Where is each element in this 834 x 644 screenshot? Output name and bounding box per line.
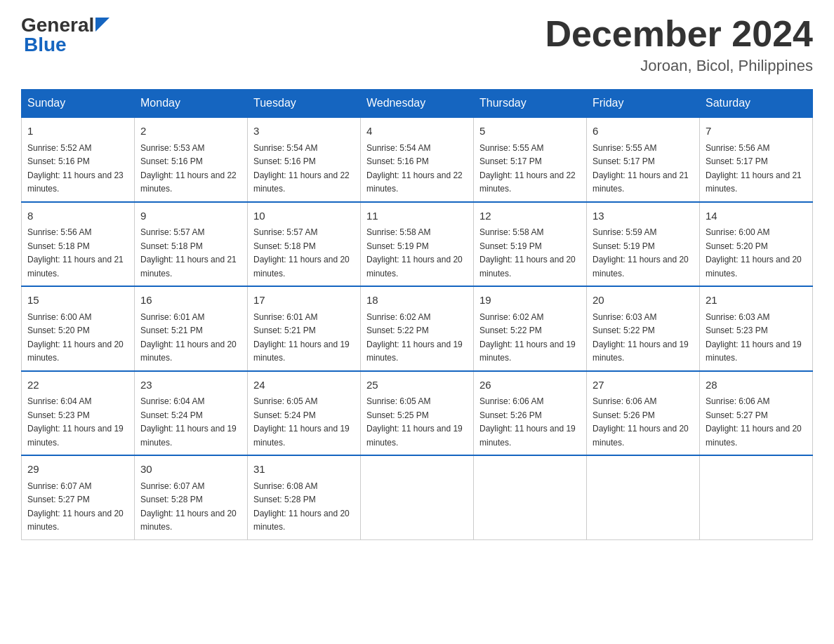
calendar-cell: 23Sunrise: 6:04 AMSunset: 5:24 PMDayligh…	[135, 371, 248, 456]
calendar-cell: 4Sunrise: 5:54 AMSunset: 5:16 PMDaylight…	[361, 117, 474, 202]
day-info: Sunrise: 5:58 AMSunset: 5:19 PMDaylight:…	[479, 227, 576, 279]
day-info: Sunrise: 5:53 AMSunset: 5:16 PMDaylight:…	[140, 143, 237, 194]
day-info: Sunrise: 5:59 AMSunset: 5:19 PMDaylight:…	[593, 227, 689, 279]
day-number: 12	[479, 208, 581, 224]
calendar-cell: 6Sunrise: 5:55 AMSunset: 5:17 PMDaylight…	[587, 117, 700, 202]
calendar-cell: 25Sunrise: 6:05 AMSunset: 5:25 PMDayligh…	[361, 371, 474, 456]
calendar-cell: 30Sunrise: 6:07 AMSunset: 5:28 PMDayligh…	[135, 455, 248, 539]
calendar-cell: 11Sunrise: 5:58 AMSunset: 5:19 PMDayligh…	[361, 202, 474, 287]
svg-marker-0	[95, 18, 110, 32]
day-number: 25	[366, 377, 468, 394]
logo: General Blue	[21, 14, 110, 56]
day-info: Sunrise: 6:06 AMSunset: 5:27 PMDaylight:…	[706, 396, 802, 448]
calendar-cell: 7Sunrise: 5:56 AMSunset: 5:17 PMDaylight…	[700, 117, 813, 202]
day-number: 15	[27, 293, 128, 309]
day-number: 30	[140, 462, 241, 478]
calendar-cell: 24Sunrise: 6:05 AMSunset: 5:24 PMDayligh…	[248, 371, 361, 456]
day-number: 6	[593, 123, 694, 140]
day-info: Sunrise: 5:57 AMSunset: 5:18 PMDaylight:…	[253, 227, 350, 279]
calendar-cell: 3Sunrise: 5:54 AMSunset: 5:16 PMDaylight…	[248, 117, 361, 202]
day-info: Sunrise: 5:54 AMSunset: 5:16 PMDaylight:…	[253, 143, 350, 194]
day-number: 10	[253, 208, 355, 224]
day-info: Sunrise: 6:04 AMSunset: 5:23 PMDaylight:…	[27, 396, 124, 448]
day-info: Sunrise: 6:04 AMSunset: 5:24 PMDaylight:…	[140, 396, 237, 448]
calendar-cell: 2Sunrise: 5:53 AMSunset: 5:16 PMDaylight…	[135, 117, 248, 202]
day-info: Sunrise: 6:02 AMSunset: 5:22 PMDaylight:…	[366, 312, 463, 363]
day-info: Sunrise: 6:06 AMSunset: 5:26 PMDaylight:…	[593, 396, 689, 448]
calendar-cell: 12Sunrise: 5:58 AMSunset: 5:19 PMDayligh…	[474, 202, 587, 287]
day-info: Sunrise: 6:06 AMSunset: 5:26 PMDaylight:…	[479, 396, 576, 448]
calendar-cell: 19Sunrise: 6:02 AMSunset: 5:22 PMDayligh…	[474, 286, 587, 371]
day-number: 4	[366, 123, 468, 140]
day-number: 23	[140, 377, 241, 394]
calendar-cell: 14Sunrise: 6:00 AMSunset: 5:20 PMDayligh…	[700, 202, 813, 287]
day-info: Sunrise: 5:52 AMSunset: 5:16 PMDaylight:…	[27, 143, 124, 194]
day-number: 31	[253, 462, 355, 478]
day-info: Sunrise: 5:56 AMSunset: 5:18 PMDaylight:…	[27, 227, 124, 279]
day-number: 5	[479, 123, 581, 140]
calendar-cell	[361, 455, 474, 539]
calendar-cell: 13Sunrise: 5:59 AMSunset: 5:19 PMDayligh…	[587, 202, 700, 287]
logo-blue-text: Blue	[24, 34, 67, 56]
calendar-week-row: 8Sunrise: 5:56 AMSunset: 5:18 PMDaylight…	[22, 202, 813, 287]
day-info: Sunrise: 5:56 AMSunset: 5:17 PMDaylight:…	[706, 143, 802, 194]
day-number: 28	[706, 377, 807, 394]
calendar-cell: 8Sunrise: 5:56 AMSunset: 5:18 PMDaylight…	[22, 202, 135, 287]
day-number: 26	[479, 377, 581, 394]
day-info: Sunrise: 5:57 AMSunset: 5:18 PMDaylight:…	[140, 227, 237, 279]
day-info: Sunrise: 6:00 AMSunset: 5:20 PMDaylight:…	[27, 312, 124, 363]
calendar-cell	[700, 455, 813, 539]
day-info: Sunrise: 6:05 AMSunset: 5:24 PMDaylight:…	[253, 396, 350, 448]
calendar-cell: 28Sunrise: 6:06 AMSunset: 5:27 PMDayligh…	[700, 371, 813, 456]
day-info: Sunrise: 6:01 AMSunset: 5:21 PMDaylight:…	[140, 312, 237, 363]
day-number: 19	[479, 293, 581, 309]
day-number: 24	[253, 377, 355, 394]
calendar-cell	[474, 455, 587, 539]
day-number: 11	[366, 208, 468, 224]
day-info: Sunrise: 6:03 AMSunset: 5:22 PMDaylight:…	[593, 312, 689, 363]
calendar-cell: 16Sunrise: 6:01 AMSunset: 5:21 PMDayligh…	[135, 286, 248, 371]
day-info: Sunrise: 5:55 AMSunset: 5:17 PMDaylight:…	[593, 143, 689, 194]
header-tuesday: Tuesday	[248, 90, 361, 118]
calendar-cell: 26Sunrise: 6:06 AMSunset: 5:26 PMDayligh…	[474, 371, 587, 456]
day-number: 16	[140, 293, 241, 309]
day-info: Sunrise: 5:54 AMSunset: 5:16 PMDaylight:…	[366, 143, 463, 194]
day-number: 9	[140, 208, 241, 224]
day-number: 2	[140, 123, 241, 140]
day-number: 7	[706, 123, 807, 140]
day-info: Sunrise: 6:07 AMSunset: 5:27 PMDaylight:…	[27, 481, 124, 532]
day-info: Sunrise: 6:01 AMSunset: 5:21 PMDaylight:…	[253, 312, 350, 363]
day-info: Sunrise: 6:02 AMSunset: 5:22 PMDaylight:…	[479, 312, 576, 363]
location-subtitle: Joroan, Bicol, Philippines	[545, 57, 813, 75]
day-info: Sunrise: 5:58 AMSunset: 5:19 PMDaylight:…	[366, 227, 463, 279]
calendar-cell: 15Sunrise: 6:00 AMSunset: 5:20 PMDayligh…	[22, 286, 135, 371]
day-number: 8	[27, 208, 128, 224]
day-info: Sunrise: 6:08 AMSunset: 5:28 PMDaylight:…	[253, 481, 350, 532]
calendar-cell: 10Sunrise: 5:57 AMSunset: 5:18 PMDayligh…	[248, 202, 361, 287]
logo-triangle-icon	[95, 18, 110, 32]
calendar-header-row: SundayMondayTuesdayWednesdayThursdayFrid…	[22, 90, 813, 118]
month-title: December 2024	[545, 14, 813, 54]
calendar-cell: 21Sunrise: 6:03 AMSunset: 5:23 PMDayligh…	[700, 286, 813, 371]
day-info: Sunrise: 5:55 AMSunset: 5:17 PMDaylight:…	[479, 143, 576, 194]
header-saturday: Saturday	[700, 90, 813, 118]
day-info: Sunrise: 6:07 AMSunset: 5:28 PMDaylight:…	[140, 481, 237, 532]
calendar-cell: 17Sunrise: 6:01 AMSunset: 5:21 PMDayligh…	[248, 286, 361, 371]
calendar-cell	[587, 455, 700, 539]
day-info: Sunrise: 6:05 AMSunset: 5:25 PMDaylight:…	[366, 396, 463, 448]
calendar-cell: 18Sunrise: 6:02 AMSunset: 5:22 PMDayligh…	[361, 286, 474, 371]
day-number: 3	[253, 123, 355, 140]
calendar-table: SundayMondayTuesdayWednesdayThursdayFrid…	[21, 89, 813, 540]
day-number: 18	[366, 293, 468, 309]
header-wednesday: Wednesday	[361, 90, 474, 118]
calendar-week-row: 1Sunrise: 5:52 AMSunset: 5:16 PMDaylight…	[22, 117, 813, 202]
calendar-cell: 31Sunrise: 6:08 AMSunset: 5:28 PMDayligh…	[248, 455, 361, 539]
calendar-week-row: 15Sunrise: 6:00 AMSunset: 5:20 PMDayligh…	[22, 286, 813, 371]
header-friday: Friday	[587, 90, 700, 118]
calendar-cell: 5Sunrise: 5:55 AMSunset: 5:17 PMDaylight…	[474, 117, 587, 202]
day-number: 29	[27, 462, 128, 478]
calendar-cell: 20Sunrise: 6:03 AMSunset: 5:22 PMDayligh…	[587, 286, 700, 371]
calendar-cell: 9Sunrise: 5:57 AMSunset: 5:18 PMDaylight…	[135, 202, 248, 287]
day-number: 22	[27, 377, 128, 394]
calendar-cell: 1Sunrise: 5:52 AMSunset: 5:16 PMDaylight…	[22, 117, 135, 202]
